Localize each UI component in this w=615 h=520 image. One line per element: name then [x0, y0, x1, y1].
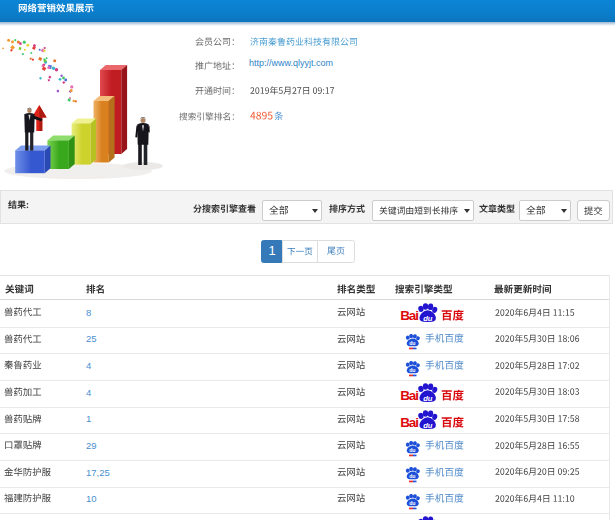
svg-text:Bai: Bai [400, 308, 418, 323]
svg-text:du: du [409, 447, 415, 453]
svg-text:du: du [423, 420, 433, 429]
svg-text:du: du [409, 473, 415, 479]
svg-text:Bai: Bai [400, 388, 418, 403]
svg-text:du: du [423, 314, 433, 323]
svg-text:du: du [409, 500, 415, 506]
svg-text:du: du [409, 367, 415, 373]
svg-text:Bai: Bai [400, 415, 418, 430]
svg-text:du: du [423, 394, 433, 403]
svg-text:du: du [409, 340, 415, 346]
